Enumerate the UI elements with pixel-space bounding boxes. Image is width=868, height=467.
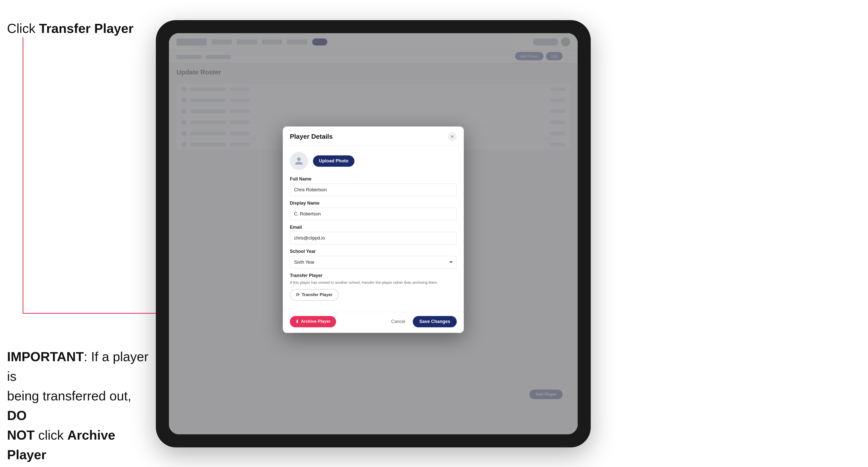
modal-close-button[interactable]: × bbox=[448, 132, 457, 141]
school-year-label: School Year bbox=[290, 249, 457, 254]
ipad-frame: Update Roster bbox=[156, 20, 591, 447]
display-name-input[interactable] bbox=[290, 208, 457, 220]
display-name-label: Display Name bbox=[290, 200, 457, 206]
instruction-important: IMPORTANT bbox=[7, 349, 84, 364]
full-name-group: Full Name bbox=[290, 177, 457, 196]
archive-button-label: Archive Player bbox=[301, 319, 331, 324]
photo-upload-row: Upload Photo bbox=[290, 152, 457, 170]
transfer-section-label: Transfer Player bbox=[290, 273, 457, 278]
display-name-group: Display Name bbox=[290, 200, 457, 220]
modal-title: Player Details bbox=[290, 133, 333, 141]
transfer-player-button[interactable]: ⟳ Transfer Player bbox=[290, 289, 339, 301]
transfer-button-label: Transfer Player bbox=[302, 292, 333, 297]
school-year-select[interactable]: First Year Second Year Third Year Fourth… bbox=[290, 256, 457, 269]
user-icon bbox=[294, 156, 303, 165]
instruction-do-not: DONOT bbox=[7, 408, 35, 442]
upload-photo-button[interactable]: Upload Photo bbox=[313, 155, 354, 167]
modal-header: Player Details × bbox=[283, 126, 464, 146]
ipad-screen: Update Roster bbox=[169, 33, 578, 434]
archive-icon: ⬇ bbox=[296, 319, 299, 324]
school-year-group: School Year First Year Second Year Third… bbox=[290, 249, 457, 269]
transfer-icon: ⟳ bbox=[296, 292, 300, 298]
instruction-bottom-text: IMPORTANT: If a player is being transfer… bbox=[7, 347, 153, 465]
transfer-player-section: Transfer Player If this player has moved… bbox=[290, 273, 457, 301]
email-label: Email bbox=[290, 225, 457, 230]
email-group: Email bbox=[290, 225, 457, 244]
transfer-section-description: If this player has moved to another scho… bbox=[290, 280, 457, 285]
archive-player-button[interactable]: ⬇ Archive Player bbox=[290, 316, 336, 327]
save-changes-button[interactable]: Save Changes bbox=[413, 316, 457, 327]
instruction-top-text: Click Transfer Player bbox=[7, 20, 133, 37]
cancel-button[interactable]: Cancel bbox=[386, 316, 410, 327]
email-input[interactable] bbox=[290, 232, 457, 244]
modal-body: Upload Photo Full Name Display Name Emai… bbox=[283, 146, 464, 312]
avatar-placeholder bbox=[290, 152, 308, 170]
player-details-modal: Player Details × Upload Photo Full Name bbox=[283, 126, 464, 333]
full-name-input[interactable] bbox=[290, 184, 457, 196]
instruction-top-bold: Transfer Player bbox=[39, 21, 133, 36]
modal-footer: ⬇ Archive Player Cancel Save Changes bbox=[283, 312, 464, 333]
arrow-vertical-line bbox=[23, 37, 23, 314]
full-name-label: Full Name bbox=[290, 177, 457, 182]
